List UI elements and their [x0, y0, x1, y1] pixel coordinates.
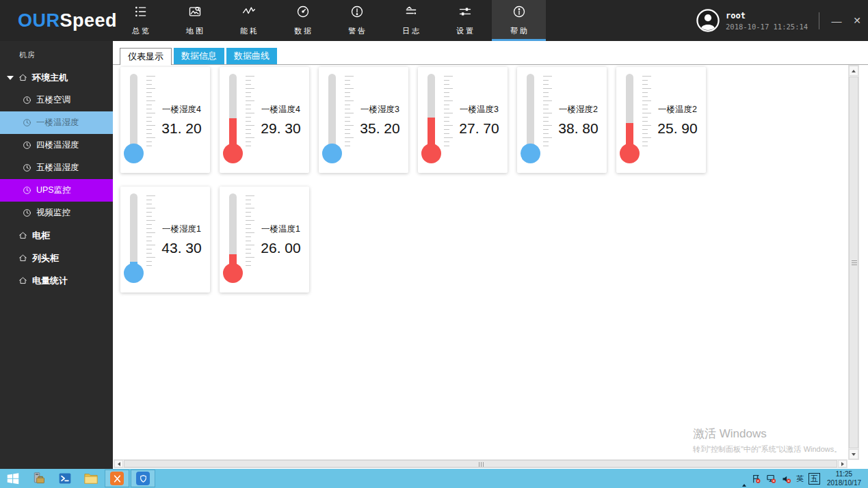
sensor-gauge-icon [23, 163, 31, 172]
tab-data-curve[interactable]: 数据曲线 [226, 48, 277, 64]
sidebar-item-energy-stats[interactable]: 电量统计 [0, 269, 113, 292]
topbar: OURSpeed 总览 地图 能耗 数据 警告 [0, 0, 868, 41]
sidebar-item-row-head-cabinet[interactable]: 列头柜 [0, 247, 113, 269]
scroll-down-button[interactable] [849, 449, 858, 459]
sensor-label: 一楼湿度2 [551, 104, 605, 116]
user-info[interactable]: root 2018-10-17 11:25:14 [696, 0, 808, 41]
sidebar-item-ups-monitor[interactable]: UPS监控 [0, 179, 113, 202]
thermometer-bulb [223, 144, 243, 163]
taskbar-clock[interactable]: 11:25 2018/10/17 [823, 470, 865, 487]
sensor-value: 31. 20 [155, 120, 209, 137]
server-manager-button[interactable] [26, 469, 52, 488]
triangle-down-icon [852, 453, 856, 456]
gauge-card: 一楼湿度3 35. 20 [319, 67, 408, 173]
vertical-scrollbar-thumb[interactable] [849, 77, 858, 448]
sensor-gauge-icon [23, 208, 31, 217]
tab-gauge-display[interactable]: 仪表显示 [120, 48, 172, 65]
gauge-card: 一楼温度3 27. 70 [418, 67, 508, 173]
triangle-up-icon [742, 472, 746, 487]
nav-item-help[interactable]: 帮助 [492, 0, 546, 41]
thermometer-bulb [124, 144, 144, 163]
sensor-label: 一楼温度1 [254, 223, 308, 235]
watermark-subtitle: 转到"控制面板"中的"系统"以激活 Windows。 [693, 444, 841, 455]
sidebar: 机房 环境主机 五楼空调 一楼温湿度 四楼温湿度 五楼温湿度 UPS监控 [0, 41, 113, 469]
sidebar-item-floor4-temphum[interactable]: 四楼温湿度 [0, 134, 113, 157]
show-hidden-icons-button[interactable] [742, 472, 746, 485]
data-gauge-icon [296, 5, 310, 21]
triangle-right-icon [841, 462, 844, 466]
sidebar-item-floor5-temphum[interactable]: 五楼温湿度 [0, 157, 113, 179]
app-logo: OURSpeed [18, 0, 117, 41]
horizontal-scrollbar-thumb[interactable] [124, 460, 837, 467]
triangle-left-icon [118, 462, 120, 466]
security-app-taskbar-button[interactable] [131, 470, 155, 487]
user-name: root [726, 11, 808, 21]
home-icon [18, 254, 27, 262]
minimize-button[interactable]: — [825, 0, 848, 41]
thermometer-stem [130, 193, 137, 271]
top-navigation: 总览 地图 能耗 数据 警告 日志 [114, 0, 546, 41]
home-icon [18, 231, 27, 240]
sidebar-item-floor1-temphum[interactable]: 一楼温湿度 [0, 111, 113, 134]
nav-item-energy[interactable]: 能耗 [222, 0, 276, 41]
thermometer-stem [229, 193, 237, 271]
clock-date: 2018/10/17 [823, 479, 865, 488]
server-manager-icon [32, 472, 46, 485]
network-status-icon[interactable] [766, 474, 776, 484]
thermometer-bulb [223, 263, 243, 283]
xampp-taskbar-button[interactable] [105, 470, 129, 487]
sidebar-item-env-host[interactable]: 环境主机 [0, 66, 113, 89]
sidebar-item-video-monitor[interactable]: 视频监控 [0, 202, 113, 224]
user-avatar-icon [696, 9, 720, 32]
scroll-left-button[interactable] [114, 460, 123, 467]
language-indicator[interactable]: 英 [796, 474, 804, 484]
thermometer-bulb [421, 144, 441, 163]
nav-item-settings[interactable]: 设置 [438, 0, 492, 41]
titlebar-divider [819, 12, 819, 29]
windows-logo-icon [5, 471, 21, 486]
sidebar-item-floor5-ac[interactable]: 五楼空调 [0, 89, 113, 111]
scrollbar-grip [479, 462, 484, 467]
sensor-label: 一楼温度4 [254, 104, 308, 116]
horizontal-scrollbar[interactable] [114, 459, 847, 468]
action-center-flag-icon[interactable] [751, 474, 761, 484]
sidebar-item-power-cabinet[interactable]: 电柜 [0, 224, 113, 247]
vertical-scrollbar[interactable] [848, 65, 859, 460]
close-button[interactable]: ✕ [845, 0, 868, 41]
thermometer-bulb [521, 144, 540, 163]
sensor-label: 一楼温度3 [452, 104, 506, 116]
logo-text-white: Speed [60, 10, 118, 31]
sensor-value: 35. 20 [353, 120, 407, 137]
tab-data-info[interactable]: 数据信息 [174, 48, 224, 64]
gauge-card: 一楼温度4 29. 30 [220, 67, 309, 173]
map-icon [188, 5, 202, 21]
nav-item-data[interactable]: 数据 [276, 0, 330, 41]
caret-down-icon [7, 76, 14, 80]
nav-item-overview[interactable]: 总览 [114, 0, 168, 41]
thermometer-stem [428, 74, 435, 152]
energy-wave-icon [242, 5, 256, 21]
nav-item-log[interactable]: 日志 [384, 0, 438, 41]
sensor-gauge-icon [23, 141, 31, 150]
tab-bar: 仪表显示 数据信息 数据曲线 [120, 48, 277, 65]
sensor-label: 一楼湿度1 [155, 223, 209, 235]
sensor-value: 29. 30 [254, 120, 308, 137]
thermometer-stem [328, 74, 336, 152]
windows-taskbar: 英 五 11:25 2018/10/17 [0, 469, 868, 488]
ime-mode-indicator[interactable]: 五 [808, 473, 820, 485]
settings-sliders-icon [458, 5, 472, 21]
thermometer-stem [626, 74, 633, 152]
nav-item-map[interactable]: 地图 [168, 0, 222, 41]
scroll-up-button[interactable] [849, 66, 858, 76]
file-explorer-button[interactable] [78, 469, 104, 488]
home-icon [18, 73, 27, 82]
powershell-button[interactable] [52, 469, 78, 488]
scroll-right-button[interactable] [838, 460, 847, 467]
start-button[interactable] [0, 469, 26, 488]
shield-icon [136, 472, 150, 485]
logo-text-blue: OUR [18, 10, 60, 31]
thermometer-stem [527, 74, 534, 152]
nav-item-alert[interactable]: 警告 [330, 0, 384, 41]
volume-muted-icon[interactable] [781, 474, 791, 484]
thermometer-bulb [620, 144, 640, 163]
